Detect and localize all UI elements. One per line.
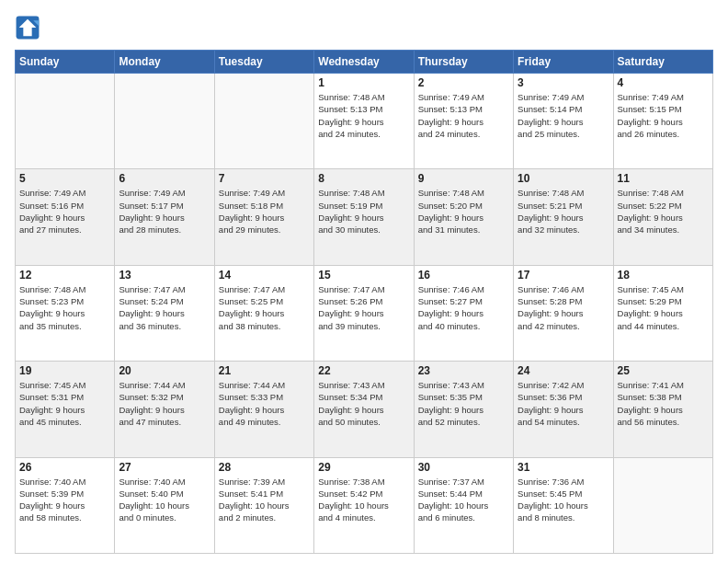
day-info: Sunrise: 7:43 AM Sunset: 5:35 PM Dayligh… <box>418 379 509 428</box>
day-number: 29 <box>318 461 409 474</box>
day-info: Sunrise: 7:47 AM Sunset: 5:26 PM Dayligh… <box>318 283 409 332</box>
day-info: Sunrise: 7:41 AM Sunset: 5:38 PM Dayligh… <box>618 379 709 428</box>
calendar-cell <box>115 74 214 169</box>
day-info: Sunrise: 7:49 AM Sunset: 5:14 PM Dayligh… <box>518 91 609 140</box>
calendar-cell: 4Sunrise: 7:49 AM Sunset: 5:15 PM Daylig… <box>613 74 712 169</box>
calendar-cell: 7Sunrise: 7:49 AM Sunset: 5:18 PM Daylig… <box>214 169 313 265</box>
calendar-cell: 6Sunrise: 7:49 AM Sunset: 5:17 PM Daylig… <box>115 169 214 265</box>
day-number: 30 <box>418 461 509 474</box>
calendar-header-saturday: Saturday <box>613 51 712 74</box>
day-number: 3 <box>518 76 609 89</box>
day-info: Sunrise: 7:48 AM Sunset: 5:23 PM Dayligh… <box>19 283 110 332</box>
day-info: Sunrise: 7:44 AM Sunset: 5:33 PM Dayligh… <box>219 379 310 428</box>
day-info: Sunrise: 7:38 AM Sunset: 5:42 PM Dayligh… <box>318 476 409 524</box>
day-info: Sunrise: 7:45 AM Sunset: 5:31 PM Dayligh… <box>19 379 110 428</box>
day-number: 10 <box>518 172 609 185</box>
day-info: Sunrise: 7:49 AM Sunset: 5:17 PM Dayligh… <box>119 187 210 236</box>
calendar-header-tuesday: Tuesday <box>214 51 313 74</box>
day-info: Sunrise: 7:43 AM Sunset: 5:34 PM Dayligh… <box>318 379 409 428</box>
day-number: 21 <box>219 364 310 377</box>
page: SundayMondayTuesdayWednesdayThursdayFrid… <box>0 0 728 563</box>
calendar-cell: 12Sunrise: 7:48 AM Sunset: 5:23 PM Dayli… <box>16 265 115 361</box>
calendar-cell: 16Sunrise: 7:46 AM Sunset: 5:27 PM Dayli… <box>414 265 513 361</box>
header <box>15 15 713 40</box>
calendar-cell: 30Sunrise: 7:37 AM Sunset: 5:44 PM Dayli… <box>414 457 513 553</box>
day-number: 23 <box>418 364 509 377</box>
day-number: 28 <box>219 461 310 474</box>
calendar-cell: 8Sunrise: 7:48 AM Sunset: 5:19 PM Daylig… <box>314 169 414 265</box>
calendar-cell: 14Sunrise: 7:47 AM Sunset: 5:25 PM Dayli… <box>214 265 313 361</box>
calendar-cell: 15Sunrise: 7:47 AM Sunset: 5:26 PM Dayli… <box>314 265 414 361</box>
day-number: 2 <box>418 76 509 89</box>
day-info: Sunrise: 7:48 AM Sunset: 5:19 PM Dayligh… <box>318 187 409 236</box>
calendar-week-4: 26Sunrise: 7:40 AM Sunset: 5:39 PM Dayli… <box>16 457 713 553</box>
calendar-cell: 31Sunrise: 7:36 AM Sunset: 5:45 PM Dayli… <box>514 457 613 553</box>
calendar-cell: 1Sunrise: 7:48 AM Sunset: 5:13 PM Daylig… <box>314 74 414 169</box>
calendar-cell: 18Sunrise: 7:45 AM Sunset: 5:29 PM Dayli… <box>613 265 712 361</box>
calendar-header-friday: Friday <box>514 51 613 74</box>
day-number: 18 <box>618 269 709 282</box>
calendar-cell: 23Sunrise: 7:43 AM Sunset: 5:35 PM Dayli… <box>414 362 513 457</box>
day-info: Sunrise: 7:49 AM Sunset: 5:13 PM Dayligh… <box>418 91 509 140</box>
day-number: 9 <box>418 172 509 185</box>
day-number: 26 <box>19 461 110 474</box>
day-info: Sunrise: 7:42 AM Sunset: 5:36 PM Dayligh… <box>518 379 609 428</box>
day-number: 15 <box>318 269 409 282</box>
calendar-cell: 22Sunrise: 7:43 AM Sunset: 5:34 PM Dayli… <box>314 362 414 457</box>
calendar-cell: 11Sunrise: 7:48 AM Sunset: 5:22 PM Dayli… <box>613 169 712 265</box>
day-number: 7 <box>219 172 310 185</box>
calendar-cell: 3Sunrise: 7:49 AM Sunset: 5:14 PM Daylig… <box>514 74 613 169</box>
day-number: 20 <box>119 364 210 377</box>
day-info: Sunrise: 7:48 AM Sunset: 5:13 PM Dayligh… <box>318 91 409 140</box>
day-number: 31 <box>518 461 609 474</box>
day-number: 13 <box>119 269 210 282</box>
day-number: 24 <box>518 364 609 377</box>
calendar-week-2: 12Sunrise: 7:48 AM Sunset: 5:23 PM Dayli… <box>16 265 713 361</box>
calendar-week-3: 19Sunrise: 7:45 AM Sunset: 5:31 PM Dayli… <box>16 362 713 457</box>
calendar-cell: 10Sunrise: 7:48 AM Sunset: 5:21 PM Dayli… <box>514 169 613 265</box>
day-number: 11 <box>618 172 709 185</box>
day-info: Sunrise: 7:40 AM Sunset: 5:39 PM Dayligh… <box>19 476 110 524</box>
day-info: Sunrise: 7:37 AM Sunset: 5:44 PM Dayligh… <box>418 476 509 524</box>
calendar-cell: 2Sunrise: 7:49 AM Sunset: 5:13 PM Daylig… <box>414 74 513 169</box>
day-info: Sunrise: 7:40 AM Sunset: 5:40 PM Dayligh… <box>119 476 210 524</box>
day-info: Sunrise: 7:36 AM Sunset: 5:45 PM Dayligh… <box>518 476 609 524</box>
day-info: Sunrise: 7:48 AM Sunset: 5:20 PM Dayligh… <box>418 187 509 236</box>
day-number: 22 <box>318 364 409 377</box>
calendar-cell: 28Sunrise: 7:39 AM Sunset: 5:41 PM Dayli… <box>214 457 313 553</box>
day-number: 1 <box>318 76 409 89</box>
calendar-cell: 26Sunrise: 7:40 AM Sunset: 5:39 PM Dayli… <box>16 457 115 553</box>
calendar-week-0: 1Sunrise: 7:48 AM Sunset: 5:13 PM Daylig… <box>16 74 713 169</box>
calendar-cell: 5Sunrise: 7:49 AM Sunset: 5:16 PM Daylig… <box>16 169 115 265</box>
day-number: 12 <box>19 269 110 282</box>
calendar-cell <box>16 74 115 169</box>
day-number: 14 <box>219 269 310 282</box>
calendar-cell: 24Sunrise: 7:42 AM Sunset: 5:36 PM Dayli… <box>514 362 613 457</box>
day-number: 25 <box>618 364 709 377</box>
calendar-cell: 19Sunrise: 7:45 AM Sunset: 5:31 PM Dayli… <box>16 362 115 457</box>
day-info: Sunrise: 7:47 AM Sunset: 5:25 PM Dayligh… <box>219 283 310 332</box>
day-info: Sunrise: 7:46 AM Sunset: 5:27 PM Dayligh… <box>418 283 509 332</box>
logo <box>15 15 44 40</box>
calendar-header-monday: Monday <box>115 51 214 74</box>
calendar-cell: 13Sunrise: 7:47 AM Sunset: 5:24 PM Dayli… <box>115 265 214 361</box>
day-info: Sunrise: 7:49 AM Sunset: 5:18 PM Dayligh… <box>219 187 310 236</box>
calendar-cell: 9Sunrise: 7:48 AM Sunset: 5:20 PM Daylig… <box>414 169 513 265</box>
day-number: 6 <box>119 172 210 185</box>
calendar-cell <box>613 457 712 553</box>
day-number: 8 <box>318 172 409 185</box>
calendar-header-row: SundayMondayTuesdayWednesdayThursdayFrid… <box>16 51 713 74</box>
calendar-cell: 17Sunrise: 7:46 AM Sunset: 5:28 PM Dayli… <box>514 265 613 361</box>
day-number: 27 <box>119 461 210 474</box>
day-number: 4 <box>618 76 709 89</box>
calendar-cell: 25Sunrise: 7:41 AM Sunset: 5:38 PM Dayli… <box>613 362 712 457</box>
calendar-header-wednesday: Wednesday <box>314 51 414 74</box>
day-info: Sunrise: 7:48 AM Sunset: 5:21 PM Dayligh… <box>518 187 609 236</box>
day-info: Sunrise: 7:49 AM Sunset: 5:15 PM Dayligh… <box>618 91 709 140</box>
calendar-week-1: 5Sunrise: 7:49 AM Sunset: 5:16 PM Daylig… <box>16 169 713 265</box>
calendar: SundayMondayTuesdayWednesdayThursdayFrid… <box>15 50 713 554</box>
calendar-header-thursday: Thursday <box>414 51 513 74</box>
day-number: 17 <box>518 269 609 282</box>
day-info: Sunrise: 7:48 AM Sunset: 5:22 PM Dayligh… <box>618 187 709 236</box>
day-info: Sunrise: 7:46 AM Sunset: 5:28 PM Dayligh… <box>518 283 609 332</box>
